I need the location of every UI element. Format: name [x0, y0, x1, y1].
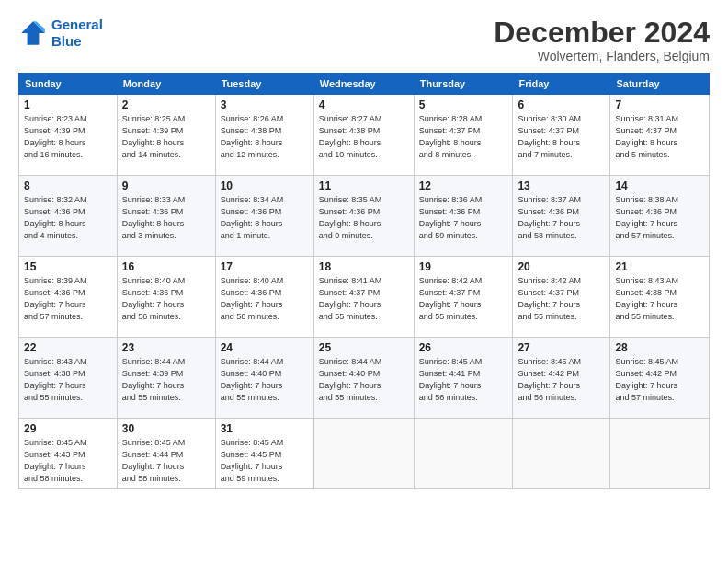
- day-number: 18: [319, 260, 409, 273]
- calendar-cell: 28Sunrise: 8:45 AM Sunset: 4:42 PM Dayli…: [610, 338, 710, 419]
- calendar-cell: 17Sunrise: 8:40 AM Sunset: 4:36 PM Dayli…: [215, 257, 313, 338]
- calendar-cell: 12Sunrise: 8:36 AM Sunset: 4:36 PM Dayli…: [414, 176, 513, 257]
- week-row-1: 1Sunrise: 8:23 AM Sunset: 4:39 PM Daylig…: [19, 95, 710, 176]
- week-row-3: 15Sunrise: 8:39 AM Sunset: 4:36 PM Dayli…: [19, 257, 710, 338]
- day-number: 14: [615, 179, 704, 192]
- calendar-cell: 7Sunrise: 8:31 AM Sunset: 4:37 PM Daylig…: [610, 95, 710, 176]
- calendar-cell: 18Sunrise: 8:41 AM Sunset: 4:37 PM Dayli…: [313, 257, 414, 338]
- svg-marker-0: [21, 21, 45, 45]
- day-number: 29: [24, 422, 112, 435]
- logo-text: General Blue: [51, 17, 103, 50]
- day-info: Sunrise: 8:44 AM Sunset: 4:39 PM Dayligh…: [122, 356, 210, 404]
- day-number: 23: [122, 341, 210, 354]
- day-number: 7: [615, 98, 704, 111]
- calendar-cell: 23Sunrise: 8:44 AM Sunset: 4:39 PM Dayli…: [117, 338, 215, 419]
- calendar-cell: 24Sunrise: 8:44 AM Sunset: 4:40 PM Dayli…: [215, 338, 313, 419]
- calendar-cell: 30Sunrise: 8:45 AM Sunset: 4:44 PM Dayli…: [117, 419, 215, 489]
- header-saturday: Saturday: [610, 74, 710, 95]
- day-info: Sunrise: 8:32 AM Sunset: 4:36 PM Dayligh…: [24, 194, 112, 242]
- day-info: Sunrise: 8:26 AM Sunset: 4:38 PM Dayligh…: [221, 113, 309, 161]
- day-info: Sunrise: 8:30 AM Sunset: 4:37 PM Dayligh…: [518, 113, 605, 161]
- day-number: 21: [615, 260, 704, 273]
- header-sunday: Sunday: [19, 74, 118, 95]
- day-info: Sunrise: 8:31 AM Sunset: 4:37 PM Dayligh…: [615, 113, 704, 161]
- week-row-4: 22Sunrise: 8:43 AM Sunset: 4:38 PM Dayli…: [19, 338, 710, 419]
- day-number: 15: [24, 260, 112, 273]
- day-info: Sunrise: 8:43 AM Sunset: 4:38 PM Dayligh…: [24, 356, 112, 404]
- day-number: 30: [122, 422, 210, 435]
- day-number: 19: [419, 260, 508, 273]
- day-number: 5: [419, 98, 508, 111]
- logo-line1: General: [51, 17, 103, 32]
- calendar-cell: 29Sunrise: 8:45 AM Sunset: 4:43 PM Dayli…: [19, 419, 118, 489]
- day-info: Sunrise: 8:45 AM Sunset: 4:41 PM Dayligh…: [419, 356, 508, 404]
- day-number: 27: [518, 341, 605, 354]
- calendar-cell: 4Sunrise: 8:27 AM Sunset: 4:38 PM Daylig…: [313, 95, 414, 176]
- week-row-5: 29Sunrise: 8:45 AM Sunset: 4:43 PM Dayli…: [19, 419, 710, 489]
- day-number: 31: [221, 422, 309, 435]
- calendar-header-row: SundayMondayTuesdayWednesdayThursdayFrid…: [19, 74, 710, 95]
- day-number: 13: [518, 179, 605, 192]
- logo-line2: Blue: [51, 33, 82, 49]
- day-info: Sunrise: 8:38 AM Sunset: 4:36 PM Dayligh…: [615, 194, 704, 242]
- calendar-cell: 14Sunrise: 8:38 AM Sunset: 4:36 PM Dayli…: [610, 176, 710, 257]
- day-number: 12: [419, 179, 508, 192]
- calendar-table: SundayMondayTuesdayWednesdayThursdayFrid…: [18, 73, 710, 489]
- day-info: Sunrise: 8:40 AM Sunset: 4:36 PM Dayligh…: [122, 275, 210, 323]
- header-wednesday: Wednesday: [313, 74, 414, 95]
- day-info: Sunrise: 8:37 AM Sunset: 4:36 PM Dayligh…: [518, 194, 605, 242]
- calendar-cell: 11Sunrise: 8:35 AM Sunset: 4:36 PM Dayli…: [313, 176, 414, 257]
- day-number: 3: [221, 98, 309, 111]
- subtitle: Wolvertem, Flanders, Belgium: [494, 49, 710, 63]
- day-info: Sunrise: 8:33 AM Sunset: 4:36 PM Dayligh…: [122, 194, 210, 242]
- calendar-cell: 19Sunrise: 8:42 AM Sunset: 4:37 PM Dayli…: [414, 257, 513, 338]
- day-number: 2: [122, 98, 210, 111]
- day-info: Sunrise: 8:42 AM Sunset: 4:37 PM Dayligh…: [419, 275, 508, 323]
- calendar-cell: 8Sunrise: 8:32 AM Sunset: 4:36 PM Daylig…: [19, 176, 118, 257]
- day-info: Sunrise: 8:23 AM Sunset: 4:39 PM Dayligh…: [24, 113, 112, 161]
- calendar-cell: [513, 419, 610, 489]
- day-info: Sunrise: 8:34 AM Sunset: 4:36 PM Dayligh…: [221, 194, 309, 242]
- header-friday: Friday: [513, 74, 610, 95]
- day-info: Sunrise: 8:28 AM Sunset: 4:37 PM Dayligh…: [419, 113, 508, 161]
- day-info: Sunrise: 8:45 AM Sunset: 4:42 PM Dayligh…: [518, 356, 605, 404]
- header: General Blue December 2024 Wolvertem, Fl…: [18, 17, 710, 63]
- calendar-cell: 27Sunrise: 8:45 AM Sunset: 4:42 PM Dayli…: [513, 338, 610, 419]
- calendar-cell: 22Sunrise: 8:43 AM Sunset: 4:38 PM Dayli…: [19, 338, 118, 419]
- calendar-cell: 10Sunrise: 8:34 AM Sunset: 4:36 PM Dayli…: [215, 176, 313, 257]
- day-number: 17: [221, 260, 309, 273]
- calendar-cell: 3Sunrise: 8:26 AM Sunset: 4:38 PM Daylig…: [215, 95, 313, 176]
- calendar-cell: [313, 419, 414, 489]
- day-number: 6: [518, 98, 605, 111]
- calendar-cell: 2Sunrise: 8:25 AM Sunset: 4:39 PM Daylig…: [117, 95, 215, 176]
- day-info: Sunrise: 8:40 AM Sunset: 4:36 PM Dayligh…: [221, 275, 309, 323]
- day-info: Sunrise: 8:45 AM Sunset: 4:43 PM Dayligh…: [24, 437, 112, 485]
- day-number: 20: [518, 260, 605, 273]
- day-number: 24: [221, 341, 309, 354]
- calendar-cell: 26Sunrise: 8:45 AM Sunset: 4:41 PM Dayli…: [414, 338, 513, 419]
- title-block: December 2024 Wolvertem, Flanders, Belgi…: [494, 17, 710, 63]
- logo-icon: [18, 18, 48, 48]
- day-number: 28: [615, 341, 704, 354]
- day-number: 10: [221, 179, 309, 192]
- day-info: Sunrise: 8:43 AM Sunset: 4:38 PM Dayligh…: [615, 275, 704, 323]
- calendar-cell: 9Sunrise: 8:33 AM Sunset: 4:36 PM Daylig…: [117, 176, 215, 257]
- day-info: Sunrise: 8:44 AM Sunset: 4:40 PM Dayligh…: [221, 356, 309, 404]
- header-thursday: Thursday: [414, 74, 513, 95]
- day-number: 16: [122, 260, 210, 273]
- day-info: Sunrise: 8:45 AM Sunset: 4:42 PM Dayligh…: [615, 356, 704, 404]
- day-info: Sunrise: 8:42 AM Sunset: 4:37 PM Dayligh…: [518, 275, 605, 323]
- calendar-cell: [610, 419, 710, 489]
- header-tuesday: Tuesday: [215, 74, 313, 95]
- day-info: Sunrise: 8:25 AM Sunset: 4:39 PM Dayligh…: [122, 113, 210, 161]
- day-number: 11: [319, 179, 409, 192]
- calendar-cell: 6Sunrise: 8:30 AM Sunset: 4:37 PM Daylig…: [513, 95, 610, 176]
- main-title: December 2024: [494, 17, 710, 49]
- day-number: 22: [24, 341, 112, 354]
- day-number: 26: [419, 341, 508, 354]
- header-monday: Monday: [117, 74, 215, 95]
- calendar-cell: 13Sunrise: 8:37 AM Sunset: 4:36 PM Dayli…: [513, 176, 610, 257]
- logo: General Blue: [18, 17, 103, 50]
- day-info: Sunrise: 8:27 AM Sunset: 4:38 PM Dayligh…: [319, 113, 409, 161]
- day-info: Sunrise: 8:45 AM Sunset: 4:44 PM Dayligh…: [122, 437, 210, 485]
